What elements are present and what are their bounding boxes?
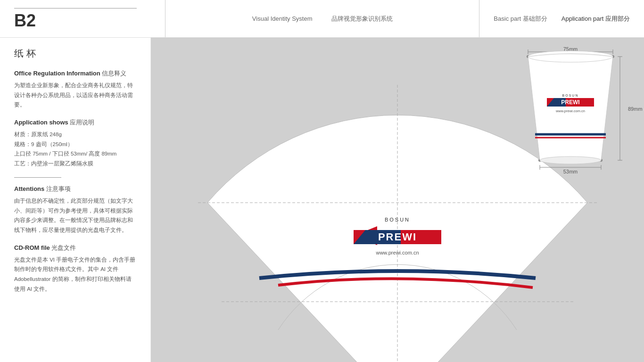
- svg-text:BOSUN: BOSUN: [562, 94, 579, 97]
- info-heading-3: CD-ROM file 光盘文件: [14, 244, 136, 252]
- info-heading-0: Office Regulation Information 信息释义: [14, 69, 136, 78]
- info-section-0: Office Regulation Information 信息释义 为塑造企业…: [14, 69, 136, 110]
- svg-text:www.prewi.com.cn: www.prewi.com.cn: [375, 250, 419, 255]
- nav-application-part: Application part 应用部分: [561, 15, 630, 23]
- svg-text:89mm: 89mm: [628, 106, 643, 112]
- page-container: B2 Visual Identity System 品牌视觉形象识别系统 Bas…: [0, 0, 644, 362]
- svg-point-27: [528, 51, 613, 62]
- header-center: Visual Identity System 品牌视觉形象识别系统: [165, 0, 479, 37]
- info-heading-1: Application shows 应用说明: [14, 118, 136, 127]
- diagram-svg: BOSUN PREWI www.prewi.com.cn: [151, 38, 644, 362]
- page-code: B2: [14, 12, 165, 29]
- header-left: B2: [14, 8, 165, 29]
- svg-text:53mm: 53mm: [563, 169, 578, 174]
- svg-text:PREWI: PREWI: [561, 99, 579, 106]
- svg-text:www.prewi.com.cn: www.prewi.com.cn: [555, 109, 585, 113]
- main-content: 纸 杯 Office Regulation Information 信息释义 为…: [0, 38, 644, 362]
- svg-text:BOSUN: BOSUN: [385, 217, 410, 222]
- info-text-1: 材质：原浆纸 248g 规格：9 盎司（250ml） 上口径 75mm / 下口…: [14, 130, 136, 169]
- info-section-2: Attentions 注意事项 由于信息的不确定性，此页部分规范（如文字大小、间…: [14, 185, 136, 235]
- nav-brand-cn: 品牌视觉形象识别系统: [331, 15, 393, 23]
- info-section-3: CD-ROM file 光盘文件 光盘文件是本 VI 手册电子文件的集合，内含手…: [14, 244, 136, 294]
- short-divider: [14, 177, 61, 178]
- svg-text:PREWI: PREWI: [378, 231, 417, 243]
- header-top-divider: [14, 8, 137, 8]
- header: B2 Visual Identity System 品牌视觉形象识别系统 Bas…: [0, 0, 644, 38]
- svg-point-34: [540, 156, 601, 164]
- info-text-2: 由于信息的不确定性，此页部分规范（如文字大小、间距等）可作为参考使用，具体可根据…: [14, 196, 136, 235]
- nav-basic-part: Basic part 基础部分: [494, 15, 547, 23]
- header-right: Basic part 基础部分 Application part 应用部分: [479, 15, 630, 23]
- diagram-area: BOSUN PREWI www.prewi.com.cn: [151, 38, 644, 362]
- info-text-3: 光盘文件是本 VI 手册电子文件的集合，内含手册制作时的专用软件格式文件。其中 …: [14, 255, 136, 294]
- sidebar-title: 纸 杯: [14, 47, 136, 60]
- info-text-0: 为塑造企业新形象，配合企业商务礼仪规范，特设计各种办公系统用品，以适应各种商务活…: [14, 81, 136, 110]
- info-section-1: Application shows 应用说明 材质：原浆纸 248g 规格：9 …: [14, 118, 136, 169]
- sidebar: 纸 杯 Office Regulation Information 信息释义 为…: [0, 38, 151, 362]
- nav-visual-identity: Visual Identity System: [252, 15, 313, 22]
- info-heading-2: Attentions 注意事项: [14, 185, 136, 193]
